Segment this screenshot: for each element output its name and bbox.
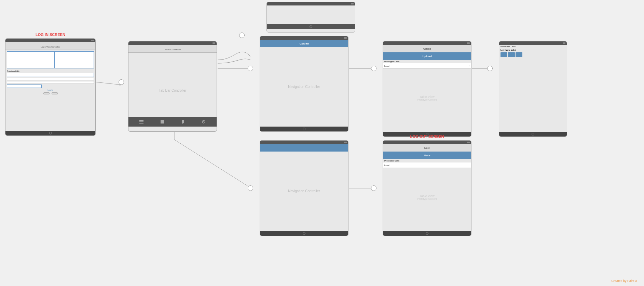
login-btn-1[interactable] [43, 92, 50, 94]
small-top-header [267, 2, 355, 5]
nav-top-header-btn [344, 37, 347, 39]
nav-bottom-footer [260, 231, 348, 236]
tab-icon-4 [201, 119, 206, 124]
svg-rect-8 [139, 121, 143, 122]
login-image-right [55, 52, 94, 68]
canvas: LOG IN SCREEN Login View Controller Prot… [0, 0, 644, 286]
table-top-view-label: Table View [420, 95, 434, 99]
table-view-top-device: Upload Upload Prototype Cells Label › Ta… [383, 41, 471, 137]
tab-bar-header [128, 41, 217, 45]
svg-line-0 [96, 82, 121, 85]
login-field-2 [7, 78, 94, 80]
connector-circle-4 [487, 66, 493, 71]
svg-line-5 [174, 140, 251, 188]
login-controller-name: Login View Controller [41, 46, 60, 48]
table-bottom-cell-label: Label [384, 164, 389, 166]
nav-top-home [303, 128, 305, 130]
nav-bottom-body: Navigation Controller [260, 152, 348, 230]
connector-circle-2 [248, 66, 253, 71]
svg-rect-9 [139, 123, 143, 124]
img-2 [508, 52, 515, 57]
list-prototype-label: Prototype Cells [499, 45, 567, 48]
nav-bottom-home [303, 232, 305, 235]
watermark: Created by Paint X [611, 279, 637, 283]
svg-marker-15 [182, 123, 184, 124]
nav-top-label: Navigation Controller [288, 85, 320, 89]
table-top-prototype-label: Prototype Cells [383, 60, 471, 63]
table-top-blue: Upload [383, 52, 471, 60]
img-1 [501, 52, 507, 57]
img-3 [516, 52, 522, 57]
login-log-in-row: Log In [7, 89, 94, 91]
tab-icon-1 [139, 119, 144, 124]
table-bottom-header-btn [467, 142, 470, 143]
list-header [499, 41, 567, 45]
table-bottom-header [383, 141, 471, 144]
login-device: Login View Controller Prototype Cells Lo… [5, 38, 96, 136]
svg-rect-12 [161, 122, 162, 124]
login-field-1 [7, 73, 94, 77]
login-screen-title: LOG IN SCREEN [5, 32, 96, 37]
tab-bar-icons [128, 117, 217, 127]
image-cell-row [499, 52, 567, 58]
nav-top-footer [260, 127, 348, 131]
table-top-content: Table View Prototype Content [383, 69, 471, 127]
small-top-btn [351, 3, 354, 4]
list-name-label: List Name Label [499, 48, 567, 52]
svg-line-18 [204, 122, 204, 122]
table-bottom-view-label: Table View [420, 194, 434, 198]
table-top-subtitle: Prototype Content [417, 99, 437, 101]
nav-bottom-bar [260, 144, 348, 152]
nav-bottom-header-btn [344, 142, 347, 143]
small-top-footer [267, 24, 355, 29]
list-body [499, 58, 567, 121]
table-top-cell-row: Label › [383, 63, 471, 69]
table-view-bottom-device: More More Prototype Cells Label Table Vi… [383, 140, 471, 236]
table-bottom-nav: More [383, 144, 471, 152]
table-top-header-btn [467, 42, 470, 44]
table-top-header [383, 41, 471, 45]
table-bottom-blue: More [383, 152, 471, 159]
svg-rect-11 [162, 120, 164, 122]
login-image-left [7, 52, 55, 68]
table-top-cell-label: Label [384, 65, 389, 67]
nav-controller-top-device: Upload Navigation Controller [260, 36, 348, 132]
svg-rect-14 [182, 120, 184, 123]
list-header-btn [563, 42, 565, 44]
log-in-text: Log In [47, 89, 53, 91]
logout-screen-title: LOG OUT SCREEN [383, 134, 471, 139]
table-bottom-cell-row: Label [383, 162, 471, 168]
nav-top-header [260, 36, 348, 40]
login-content: Prototype Cells Log In [5, 50, 95, 96]
table-bottom-nav-label: More [424, 147, 430, 149]
tab-bar-body: Tab Bar Controller [128, 53, 217, 128]
nav-bottom-header [260, 141, 348, 144]
tab-bar-title-label: Tab Bar Controller [164, 49, 181, 51]
login-header-btn [91, 40, 94, 41]
login-device-header [5, 39, 95, 42]
small-top-home [310, 25, 312, 28]
tab-bar-controller-label: Tab Bar Controller [159, 89, 187, 92]
connector-circle-7 [239, 32, 245, 38]
table-top-nav-label: Upload [423, 48, 431, 50]
tab-icon-3 [180, 119, 185, 124]
table-top-chevron: › [469, 64, 470, 67]
list-view-device: Prototype Cells List Name Label [499, 41, 567, 137]
svg-rect-7 [139, 120, 143, 121]
nav-top-bar: Upload [260, 40, 348, 47]
table-bottom-prototype-label: Prototype Cells [383, 159, 471, 162]
connector-circle-3 [371, 66, 376, 71]
nav-controller-bottom-device: Navigation Controller [260, 140, 348, 236]
small-top-body [267, 5, 355, 24]
list-footer [499, 132, 567, 136]
login-btn-2[interactable] [52, 92, 58, 94]
login-field-3 [7, 81, 94, 84]
svg-rect-13 [162, 122, 164, 124]
connector-circle-1 [119, 79, 124, 85]
login-home-btn [49, 132, 52, 134]
table-top-nav: Upload [383, 45, 471, 52]
list-home [532, 133, 534, 135]
tab-icon-2 [160, 119, 165, 124]
table-bottom-home [426, 232, 428, 235]
nav-bottom-label: Navigation Controller [288, 189, 320, 193]
